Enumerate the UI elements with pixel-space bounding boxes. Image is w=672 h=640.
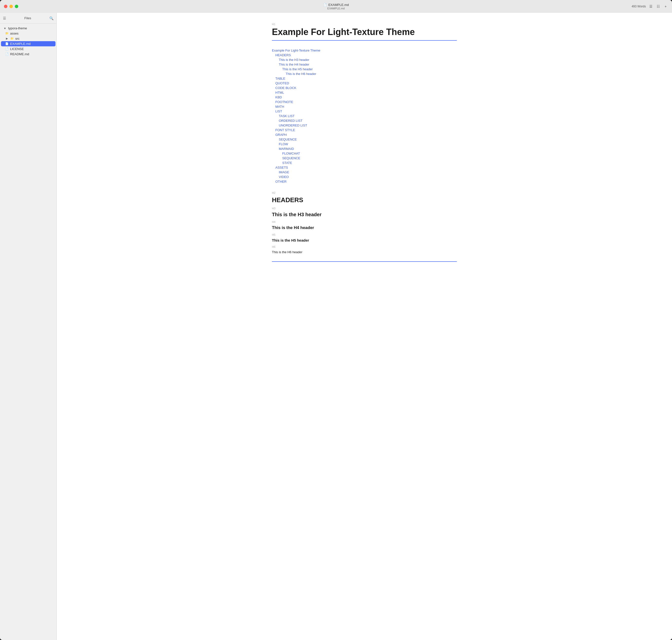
file-icon: 📄 xyxy=(5,53,9,56)
toc-item[interactable]: CODE BLOCK xyxy=(272,86,457,90)
h1-divider xyxy=(272,40,457,41)
sidebar-item-label: README.md xyxy=(10,52,29,56)
titlebar-right: 493 Words ☰ ☷ + xyxy=(631,4,668,9)
outline-button[interactable]: ☰ xyxy=(648,4,653,9)
sidebar-title: Files xyxy=(8,16,47,20)
file-icon: 📄 xyxy=(323,3,327,7)
sidebar-item-label: asses xyxy=(10,31,18,35)
toc-item[interactable]: This is the H6 header xyxy=(272,72,457,76)
toc-item[interactable]: MARMAID xyxy=(272,146,457,151)
h4-content: This is the H4 header xyxy=(272,226,457,230)
toc-item[interactable]: This is the H3 header xyxy=(272,57,457,62)
minimize-button[interactable] xyxy=(9,5,13,8)
h5-section: H5 This is the H5 header xyxy=(272,233,457,242)
h2-headers-section: H2 HEADERS xyxy=(272,191,457,204)
sidebar-item-example-md[interactable]: 📄 EXAMPLE.md xyxy=(1,41,56,46)
h5-label: H5 xyxy=(272,233,457,236)
h2-headers: HEADERS xyxy=(272,196,457,204)
h6-content: This is the H6 header xyxy=(272,250,457,254)
titlebar: 📄 EXAMPLE.md EXAMPLE.md 493 Words ☰ ☷ + xyxy=(0,0,672,13)
file-icon: 📄 xyxy=(5,42,9,45)
add-button[interactable]: + xyxy=(663,4,668,9)
toc-item[interactable]: TABLE xyxy=(272,76,457,81)
content-area[interactable]: H1 Example For Light-Texture Theme Examp… xyxy=(57,13,672,640)
sidebar-item-src[interactable]: ▶ 📁 src xyxy=(1,36,56,41)
toc-item[interactable]: FOOTNOTE xyxy=(272,100,457,104)
titlebar-subtitle: EXAMPLE.md xyxy=(327,7,345,10)
file-icon: 📄 xyxy=(5,47,9,50)
toc-item[interactable]: This is the H4 header xyxy=(272,62,457,67)
sidebar-item-readme-md[interactable]: 📄 README.md xyxy=(1,52,56,57)
close-button[interactable] xyxy=(4,5,8,8)
h4-label: H4 xyxy=(272,220,457,223)
toc-item[interactable]: UNORDERED LIST xyxy=(272,123,457,128)
sidebar: ☰ Files 🔍 ▼ typora-theme 📁 asses ▶ 📁 src xyxy=(0,13,57,640)
arrow-right-icon: ▶ xyxy=(5,37,9,40)
toc-item[interactable]: OTHER xyxy=(272,179,457,184)
toc-item[interactable]: STATE xyxy=(272,160,457,165)
sidebar-item-label: src xyxy=(15,37,19,41)
toc-item[interactable]: GRAPH xyxy=(272,132,457,137)
toc-item[interactable]: IMAGE xyxy=(272,170,457,175)
sidebar-item-label: typora-theme xyxy=(8,26,27,30)
toc-item[interactable]: FLOW xyxy=(272,142,457,146)
toc-item[interactable]: KBD xyxy=(272,95,457,100)
h4-section: H4 This is the H4 header xyxy=(272,220,457,230)
sidebar-menu-icon[interactable]: ☰ xyxy=(3,16,6,20)
folder-icon: 📁 xyxy=(10,37,14,40)
titlebar-filename: 📄 EXAMPLE.md xyxy=(323,3,349,7)
sidebar-tree: ▼ typora-theme 📁 asses ▶ 📁 src 📄 EXAMPLE… xyxy=(0,24,56,640)
word-count: 493 Words xyxy=(631,5,646,8)
h2-headers-label: H2 xyxy=(272,191,457,194)
sidebar-item-label: EXAMPLE.md xyxy=(10,42,31,46)
traffic-lights xyxy=(4,5,18,8)
h1-title: Example For Light-Texture Theme xyxy=(272,27,457,37)
toc-item[interactable]: VIDEO xyxy=(272,175,457,179)
titlebar-filename-text: EXAMPLE.md xyxy=(328,3,349,7)
toc-item[interactable]: FONT STYLE xyxy=(272,128,457,132)
folder-icon: ▼ xyxy=(3,27,7,30)
toc-item[interactable]: HEADERS xyxy=(272,53,457,57)
toc-item[interactable]: FLOWCHAT xyxy=(272,151,457,156)
sidebar-item-typora-theme[interactable]: ▼ typora-theme xyxy=(1,26,56,31)
sidebar-item-label: LICENSE xyxy=(10,47,24,51)
toc-item[interactable]: This is the H5 header xyxy=(272,67,457,72)
folder-icon: 📁 xyxy=(5,32,9,35)
toc-item[interactable]: SEQUENCE xyxy=(272,137,457,142)
h3-section: H3 This is the H3 header xyxy=(272,207,457,217)
h1-label: H1 xyxy=(272,23,457,26)
toc-container: Example For Light-Texture Theme HEADERS … xyxy=(272,48,457,184)
h6-label: H6 xyxy=(272,245,457,248)
h3-label: H3 xyxy=(272,207,457,210)
h6-section: H6 This is the H6 header xyxy=(272,245,457,254)
search-icon[interactable]: 🔍 xyxy=(49,16,54,20)
toc-item[interactable]: SEQUENCE xyxy=(272,156,457,160)
h3-content: This is the H3 header xyxy=(272,212,457,217)
toc-item[interactable]: Example For Light-Texture Theme xyxy=(272,48,457,53)
toc-item[interactable]: TASK LIST xyxy=(272,114,457,118)
sidebar-item-license[interactable]: 📄 LICENSE xyxy=(1,46,56,52)
view-mode-button[interactable]: ☷ xyxy=(656,4,661,9)
section-divider xyxy=(272,261,457,262)
maximize-button[interactable] xyxy=(15,5,18,8)
titlebar-center: 📄 EXAMPLE.md EXAMPLE.md xyxy=(323,3,349,10)
toc-item[interactable]: LIST xyxy=(272,109,457,114)
doc-content: H1 Example For Light-Texture Theme Examp… xyxy=(272,23,457,262)
sidebar-item-asses[interactable]: 📁 asses xyxy=(1,31,56,36)
h5-content: This is the H5 header xyxy=(272,238,457,242)
toc-item[interactable]: MATH xyxy=(272,104,457,109)
toc-item[interactable]: ASSETS xyxy=(272,165,457,170)
main-window: ☰ Files 🔍 ▼ typora-theme 📁 asses ▶ 📁 src xyxy=(0,13,672,640)
sidebar-header: ☰ Files 🔍 xyxy=(0,13,56,24)
toc-item[interactable]: ORDERED LIST xyxy=(272,118,457,123)
toc-item[interactable]: QUOTED xyxy=(272,81,457,86)
toc-item[interactable]: HTML xyxy=(272,90,457,95)
